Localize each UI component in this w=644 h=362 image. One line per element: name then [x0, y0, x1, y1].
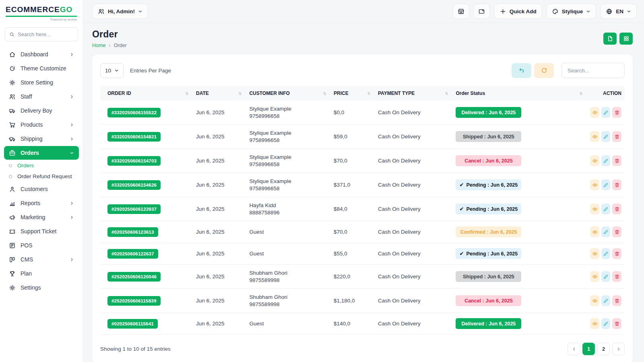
edit-button[interactable] [601, 155, 611, 166]
sidebar-item-dashboard[interactable]: Dashboard [4, 47, 79, 61]
delete-button[interactable] [612, 318, 621, 329]
pencil-icon [603, 134, 609, 140]
view-button[interactable] [590, 226, 599, 237]
sidebar-item-label: POS [21, 242, 33, 249]
view-button[interactable] [590, 131, 599, 142]
sidebar-item-theme-customize[interactable]: Theme Customize [4, 62, 79, 75]
view-button[interactable] [590, 204, 599, 214]
edit-button[interactable] [601, 271, 611, 282]
theme-select-button[interactable]: Stylique [546, 4, 597, 19]
delete-button[interactable] [612, 204, 621, 214]
sidebar-item-customers[interactable]: Customers [4, 182, 79, 196]
sidebar-item-support-ticket[interactable]: Support Ticket [4, 224, 79, 238]
sidebar-item-reports[interactable]: Reports [4, 196, 79, 210]
view-button[interactable] [590, 248, 599, 259]
sidebar-item-staff[interactable]: Staff [4, 90, 79, 103]
pagination-next-button[interactable] [612, 343, 625, 355]
sidebar-subitem-orders[interactable]: Orders [4, 160, 79, 171]
storefront-button[interactable] [453, 4, 469, 19]
view-button[interactable] [590, 295, 599, 306]
language-select-button[interactable]: EN [600, 4, 637, 19]
table-search-input[interactable] [561, 63, 625, 78]
edit-button[interactable] [601, 248, 611, 259]
column-header-order-status[interactable]: Order Status [452, 86, 587, 101]
order-date: Jun 6, 2025 [193, 125, 246, 149]
breadcrumb-home[interactable]: Home [92, 43, 105, 48]
edit-button[interactable] [601, 295, 611, 306]
sidebar-search[interactable] [5, 27, 78, 41]
sidebar-item-settings[interactable]: Settings [4, 281, 79, 294]
pagination-page-1[interactable]: 1 [582, 343, 595, 355]
order-id-badge[interactable]: #020250606115641 [107, 319, 158, 329]
delete-button[interactable] [612, 248, 621, 259]
customer-phone: 9758996658 [249, 185, 327, 191]
refresh-button[interactable] [534, 63, 554, 78]
pagination-prev-button[interactable] [568, 343, 580, 355]
order-id-badge[interactable]: #2520250606115839 [107, 296, 161, 306]
sidebar-subitem-order-refund-request[interactable]: Order Refund Request [4, 171, 79, 182]
undo-button[interactable] [512, 63, 531, 78]
edit-button[interactable] [601, 226, 611, 237]
brand-name: ECOMMERCEGO [6, 5, 77, 14]
order-id-badge[interactable]: #3320250606154626 [107, 180, 161, 190]
email-templates-button[interactable] [473, 4, 490, 19]
edit-button[interactable] [601, 131, 611, 142]
delete-button[interactable] [612, 179, 621, 190]
view-button[interactable] [590, 271, 599, 282]
sidebar-item-delivery-boy[interactable]: Delivery Boy [4, 104, 79, 117]
delete-button[interactable] [612, 295, 621, 306]
sort-icon[interactable] [366, 91, 372, 96]
pagination-page-2[interactable]: 2 [597, 343, 610, 355]
delete-button[interactable] [612, 155, 621, 166]
customer-name: Hayfa Kidd [249, 202, 327, 208]
delete-button[interactable] [612, 131, 621, 142]
edit-button[interactable] [601, 107, 611, 118]
sidebar-item-shipping[interactable]: Shipping [4, 132, 79, 146]
sort-icon[interactable] [444, 91, 449, 96]
pencil-icon [603, 158, 609, 164]
order-id-badge[interactable]: #3320250606154821 [107, 132, 161, 142]
column-header-payment-type[interactable]: PAYMENT TYPE [375, 86, 452, 101]
column-header-order-id[interactable]: ORDER ID [100, 86, 193, 101]
brand-logo[interactable]: ECOMMERCEGO Powered by workdo [0, 0, 83, 23]
sort-icon[interactable] [237, 91, 243, 96]
sidebar-item-cms[interactable]: CMS [4, 253, 79, 266]
sort-icon[interactable] [578, 91, 584, 96]
sidebar-item-plan[interactable]: Plan [4, 267, 79, 280]
column-header-customer-info[interactable]: CUSTOMER INFO [246, 86, 330, 101]
view-button[interactable] [590, 318, 599, 329]
entries-per-page-select[interactable]: 10 [100, 63, 124, 78]
sort-icon[interactable] [322, 91, 327, 96]
quick-add-button[interactable]: Quick Add [494, 4, 542, 19]
customer-phone: 9758996658 [249, 137, 327, 143]
sidebar-item-orders[interactable]: Orders [4, 146, 79, 160]
user-menu-button[interactable]: Hi, Admin! [92, 4, 148, 19]
view-button[interactable] [590, 179, 599, 190]
order-id-badge[interactable]: #020250606123613 [107, 227, 158, 237]
sidebar-search-input[interactable] [18, 31, 74, 37]
delete-button[interactable] [612, 226, 621, 237]
order-id-badge[interactable]: #020250606122637 [107, 249, 158, 259]
grid-view-button[interactable] [619, 33, 633, 45]
column-header-price[interactable]: PRICE [330, 86, 375, 101]
export-button[interactable] [603, 33, 617, 45]
sidebar-item-pos[interactable]: POS [4, 239, 79, 252]
sidebar-item-marketing[interactable]: Marketing [4, 210, 79, 224]
order-id-badge[interactable]: #2920250606123937 [107, 204, 161, 214]
order-id-badge[interactable]: #2520250606120046 [107, 272, 161, 282]
view-button[interactable] [590, 155, 599, 166]
edit-button[interactable] [601, 318, 611, 329]
order-id-badge[interactable]: #3320250606154703 [107, 156, 161, 166]
edit-button[interactable] [601, 179, 611, 190]
delete-button[interactable] [612, 107, 621, 118]
sort-icon[interactable] [184, 91, 190, 96]
order-id-badge[interactable]: #3320250606155522 [107, 108, 161, 117]
table-controls: 10 Entries Per Page [100, 63, 625, 78]
delete-button[interactable] [612, 271, 621, 282]
sidebar-item-products[interactable]: Products [4, 118, 79, 132]
view-button[interactable] [590, 107, 599, 118]
sidebar-item-store-setting[interactable]: Store Setting [4, 76, 79, 89]
theme-customize-icon [9, 65, 16, 72]
column-header-date[interactable]: DATE [193, 86, 246, 101]
edit-button[interactable] [601, 204, 611, 214]
